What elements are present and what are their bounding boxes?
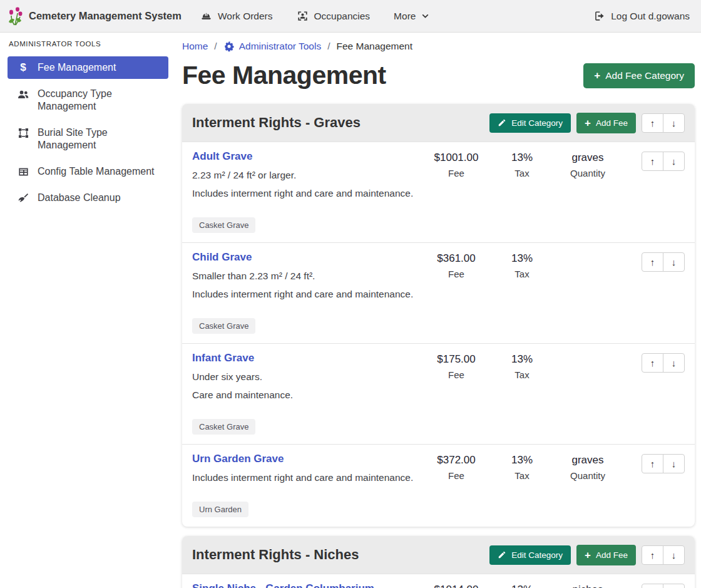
hard-hat-icon [200,10,212,22]
move-fee-up-button[interactable]: ↑ [642,152,663,171]
fee-info: Adult Grave2.23 m² / 24 ft² or larger.In… [192,150,419,233]
add-fee-label: Add Fee [596,550,628,560]
category-list: Interment Rights - GravesEdit Category+A… [182,104,695,588]
add-fee-label: Add Fee [596,118,628,128]
sidebar-heading: ADMINISTRATOR TOOLS [9,40,168,48]
occupancy-badge-icon [297,10,309,22]
fee-category-card: Interment Rights - NichesEdit Category+A… [182,536,695,588]
fee-amount: $1001.00 [419,152,493,164]
move-category-up-button[interactable]: ↑ [642,113,663,133]
add-fee-category-label: Add Fee Category [605,70,684,81]
fee-amount-label: Fee [419,369,493,380]
move-fee-down-button[interactable]: ↓ [663,353,685,373]
fee-amount: $175.00 [419,353,493,366]
fee-reorder-buttons: ↑↓ [642,252,685,272]
move-category-down-button[interactable]: ↓ [663,113,685,133]
sidebar-item-database-cleanup[interactable]: Database Cleanup [8,187,168,210]
breadcrumb-separator: / [327,41,330,52]
fee-description: Smaller than 2.23 m² / 24 ft². [192,271,419,282]
move-fee-down-button[interactable]: ↓ [663,152,685,171]
fee-description: Includes interment right and care and ma… [192,188,419,199]
vector-frame-icon [16,127,30,139]
pencil-icon [498,550,506,559]
move-category-down-button[interactable]: ↓ [663,545,685,565]
tax-percent-column: 13%Tax [493,150,551,178]
move-fee-down-button[interactable]: ↓ [663,454,685,473]
tax-percent-column: 13%Tax [493,352,551,380]
quantity-unit-column [551,251,625,252]
tax-percent: 13% [493,454,551,467]
add-fee-button[interactable]: +Add Fee [576,113,636,133]
page-title: Fee Management [182,61,386,90]
sidebar-item-burial-site-type-management[interactable]: Burial Site Type Management [8,121,168,157]
tax-percent: 13% [493,152,551,164]
category-reorder-group: ↑↓ [642,113,685,133]
sidebar-item-label: Fee Management [38,61,116,74]
fee-name-link[interactable]: Infant Grave [192,352,254,364]
sidebar-item-config-table-management[interactable]: Config Table Management [8,160,168,183]
quantity-unit: niches [551,584,625,588]
logout-button[interactable]: Log Out d.gowans [593,10,690,22]
nav-item-occupancies[interactable]: Occupancies [297,10,371,22]
sidebar-item-occupancy-type-management[interactable]: Occupancy Type Management [8,83,168,118]
fee-name-link[interactable]: Single Niche - Garden Columbarium [192,582,374,588]
fee-reorder-group: ↑↓ [642,582,685,588]
breadcrumb-separator: / [214,41,217,52]
logout-label: Log Out d.gowans [611,11,690,22]
breadcrumb-home-link[interactable]: Home [182,41,208,52]
breadcrumb-label: Administrator Tools [239,41,322,52]
tax-percent-column: 13%Tax [493,251,551,279]
move-fee-up-button[interactable]: ↑ [642,454,663,473]
fee-row: Single Niche - Garden ColumbariumGarden … [182,574,695,588]
gear-icon [223,41,235,52]
fee-category-card: Interment Rights - GravesEdit Category+A… [182,104,695,527]
breadcrumb-current: Fee Management [337,41,413,52]
fee-description: Care and maintenance. [192,389,419,401]
fee-info: Child GraveSmaller than 2.23 m² / 24 ft²… [192,251,419,334]
edit-category-button[interactable]: Edit Category [489,113,571,133]
move-fee-up-button[interactable]: ↑ [642,584,663,588]
nav-item-work-orders[interactable]: Work Orders [200,10,273,22]
fee-amount-column: $175.00Fee [419,352,493,380]
category-actions: Edit Category+Add Fee↑↓ [489,545,685,565]
move-category-up-button[interactable]: ↑ [642,545,663,565]
fee-type-tag: Casket Grave [192,217,255,233]
table-icon [16,166,30,178]
logout-icon [593,10,605,22]
fee-name-link[interactable]: Child Grave [192,251,252,263]
add-fee-category-button[interactable]: + Add Fee Category [583,63,695,88]
fee-description: 2.23 m² / 24 ft² or larger. [192,170,419,181]
add-fee-button[interactable]: +Add Fee [576,545,636,565]
category-actions: Edit Category+Add Fee↑↓ [489,113,685,133]
category-header: Interment Rights - NichesEdit Category+A… [182,536,695,574]
tax-percent-label: Tax [493,168,551,178]
nav-item-more[interactable]: More [394,11,429,22]
fee-amount: $361.00 [419,252,493,265]
fee-name-link[interactable]: Adult Grave [192,150,252,162]
tax-percent-label: Tax [493,269,551,279]
nav-item-label: Occupancies [314,11,371,22]
nav-item-label: Work Orders [218,11,273,22]
fee-info: Infant GraveUnder six years.Care and mai… [192,352,419,435]
edit-category-label: Edit Category [511,118,563,128]
top-navbar: Cemetery Management System Work Orders O… [0,0,701,33]
fee-amount-label: Fee [419,470,493,481]
plus-icon: + [594,70,600,81]
sidebar-item-fee-management[interactable]: $Fee Management [8,56,168,79]
edit-category-label: Edit Category [511,550,563,560]
move-fee-up-button[interactable]: ↑ [642,252,663,272]
fee-row: Adult Grave2.23 m² / 24 ft² or larger.In… [182,142,695,242]
move-fee-up-button[interactable]: ↑ [642,353,663,373]
edit-category-button[interactable]: Edit Category [489,545,571,565]
move-fee-down-button[interactable]: ↓ [663,252,685,272]
main-content: Home / Administrator Tools / Fee Managem… [176,33,701,588]
quantity-unit-column [551,352,625,353]
move-fee-down-button[interactable]: ↓ [663,584,685,588]
fee-description: Includes interment right and care and ma… [192,289,419,300]
fee-amount-column: $1014.00Fee [419,582,493,588]
breadcrumb-admin-tools-link[interactable]: Administrator Tools [223,41,322,52]
fee-type-tag: Urn Garden [192,502,248,517]
fee-name-link[interactable]: Urn Garden Grave [192,453,284,465]
tax-percent: 13% [493,584,551,588]
fee-amount-column: $372.00Fee [419,453,493,481]
